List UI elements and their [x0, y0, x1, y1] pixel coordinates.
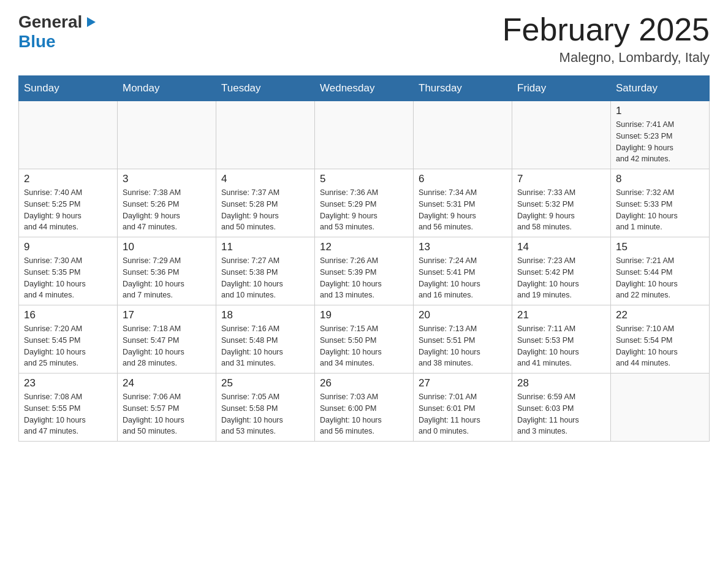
day-number: 18: [221, 309, 309, 321]
header-wednesday: Wednesday: [315, 76, 414, 101]
day-number: 25: [221, 377, 309, 389]
logo-general-text: General: [18, 12, 82, 32]
table-row: 18Sunrise: 7:16 AM Sunset: 5:48 PM Dayli…: [216, 305, 315, 373]
day-info: Sunrise: 7:08 AM Sunset: 5:55 PM Dayligh…: [24, 391, 112, 437]
table-row: 14Sunrise: 7:23 AM Sunset: 5:42 PM Dayli…: [512, 237, 611, 305]
day-info: Sunrise: 7:36 AM Sunset: 5:29 PM Dayligh…: [320, 187, 408, 233]
day-info: Sunrise: 7:13 AM Sunset: 5:51 PM Dayligh…: [419, 323, 507, 369]
location: Malegno, Lombardy, Italy: [502, 50, 710, 66]
day-number: 3: [123, 173, 211, 185]
table-row: 24Sunrise: 7:06 AM Sunset: 5:57 PM Dayli…: [118, 373, 216, 442]
day-info: Sunrise: 7:33 AM Sunset: 5:32 PM Dayligh…: [517, 187, 605, 233]
table-row: 13Sunrise: 7:24 AM Sunset: 5:41 PM Dayli…: [414, 237, 512, 305]
day-info: Sunrise: 7:20 AM Sunset: 5:45 PM Dayligh…: [24, 323, 112, 369]
header-monday: Monday: [118, 76, 216, 101]
day-number: 9: [24, 241, 112, 253]
day-info: Sunrise: 7:30 AM Sunset: 5:35 PM Dayligh…: [24, 255, 112, 301]
day-info: Sunrise: 7:26 AM Sunset: 5:39 PM Dayligh…: [320, 255, 408, 301]
day-info: Sunrise: 7:05 AM Sunset: 5:58 PM Dayligh…: [221, 391, 309, 437]
day-info: Sunrise: 7:40 AM Sunset: 5:25 PM Dayligh…: [24, 187, 112, 233]
table-row: 17Sunrise: 7:18 AM Sunset: 5:47 PM Dayli…: [118, 305, 216, 373]
day-number: 5: [320, 173, 408, 185]
day-number: 28: [517, 377, 605, 389]
day-info: Sunrise: 7:38 AM Sunset: 5:26 PM Dayligh…: [123, 187, 211, 233]
logo-arrow-icon: [85, 16, 97, 31]
calendar-week-row: 16Sunrise: 7:20 AM Sunset: 5:45 PM Dayli…: [19, 305, 710, 373]
day-info: Sunrise: 6:59 AM Sunset: 6:03 PM Dayligh…: [517, 391, 605, 437]
day-number: 6: [419, 173, 507, 185]
table-row: 4Sunrise: 7:37 AM Sunset: 5:28 PM Daylig…: [216, 169, 315, 237]
table-row: 10Sunrise: 7:29 AM Sunset: 5:36 PM Dayli…: [118, 237, 216, 305]
table-row: 15Sunrise: 7:21 AM Sunset: 5:44 PM Dayli…: [611, 237, 710, 305]
header-friday: Friday: [512, 76, 611, 101]
day-number: 13: [419, 241, 507, 253]
day-number: 15: [616, 241, 704, 253]
table-row: 5Sunrise: 7:36 AM Sunset: 5:29 PM Daylig…: [315, 169, 414, 237]
day-info: Sunrise: 7:21 AM Sunset: 5:44 PM Dayligh…: [616, 255, 704, 301]
calendar-table: Sunday Monday Tuesday Wednesday Thursday…: [18, 75, 710, 442]
day-number: 22: [616, 309, 704, 321]
table-row: 8Sunrise: 7:32 AM Sunset: 5:33 PM Daylig…: [611, 169, 710, 237]
table-row: 1Sunrise: 7:41 AM Sunset: 5:23 PM Daylig…: [611, 101, 710, 169]
day-info: Sunrise: 7:18 AM Sunset: 5:47 PM Dayligh…: [123, 323, 211, 369]
day-number: 12: [320, 241, 408, 253]
table-row: [19, 101, 118, 169]
day-number: 21: [517, 309, 605, 321]
day-number: 24: [123, 377, 211, 389]
table-row: 21Sunrise: 7:11 AM Sunset: 5:53 PM Dayli…: [512, 305, 611, 373]
day-info: Sunrise: 7:32 AM Sunset: 5:33 PM Dayligh…: [616, 187, 704, 233]
day-info: Sunrise: 7:27 AM Sunset: 5:38 PM Dayligh…: [221, 255, 309, 301]
svg-marker-0: [87, 17, 96, 27]
day-info: Sunrise: 7:11 AM Sunset: 5:53 PM Dayligh…: [517, 323, 605, 369]
day-number: 4: [221, 173, 309, 185]
table-row: 27Sunrise: 7:01 AM Sunset: 6:01 PM Dayli…: [414, 373, 512, 442]
day-number: 11: [221, 241, 309, 253]
table-row: [118, 101, 216, 169]
day-info: Sunrise: 7:29 AM Sunset: 5:36 PM Dayligh…: [123, 255, 211, 301]
day-info: Sunrise: 7:23 AM Sunset: 5:42 PM Dayligh…: [517, 255, 605, 301]
day-info: Sunrise: 7:06 AM Sunset: 5:57 PM Dayligh…: [123, 391, 211, 437]
table-row: 3Sunrise: 7:38 AM Sunset: 5:26 PM Daylig…: [118, 169, 216, 237]
day-number: 10: [123, 241, 211, 253]
calendar-week-row: 1Sunrise: 7:41 AM Sunset: 5:23 PM Daylig…: [19, 101, 710, 169]
page-header: General Blue February 2025 Malegno, Lomb…: [18, 12, 710, 66]
calendar-week-row: 2Sunrise: 7:40 AM Sunset: 5:25 PM Daylig…: [19, 169, 710, 237]
title-block: February 2025 Malegno, Lombardy, Italy: [502, 12, 710, 66]
table-row: 22Sunrise: 7:10 AM Sunset: 5:54 PM Dayli…: [611, 305, 710, 373]
table-row: 6Sunrise: 7:34 AM Sunset: 5:31 PM Daylig…: [414, 169, 512, 237]
day-info: Sunrise: 7:15 AM Sunset: 5:50 PM Dayligh…: [320, 323, 408, 369]
table-row: 12Sunrise: 7:26 AM Sunset: 5:39 PM Dayli…: [315, 237, 414, 305]
weekday-header-row: Sunday Monday Tuesday Wednesday Thursday…: [19, 76, 710, 101]
day-number: 19: [320, 309, 408, 321]
day-number: 20: [419, 309, 507, 321]
table-row: [611, 373, 710, 442]
table-row: [512, 101, 611, 169]
day-number: 23: [24, 377, 112, 389]
day-info: Sunrise: 7:03 AM Sunset: 6:00 PM Dayligh…: [320, 391, 408, 437]
day-number: 14: [517, 241, 605, 253]
day-number: 26: [320, 377, 408, 389]
day-number: 27: [419, 377, 507, 389]
table-row: [414, 101, 512, 169]
table-row: 9Sunrise: 7:30 AM Sunset: 5:35 PM Daylig…: [19, 237, 118, 305]
header-tuesday: Tuesday: [216, 76, 315, 101]
table-row: 28Sunrise: 6:59 AM Sunset: 6:03 PM Dayli…: [512, 373, 611, 442]
logo: General Blue: [18, 12, 97, 52]
day-number: 8: [616, 173, 704, 185]
calendar-week-row: 9Sunrise: 7:30 AM Sunset: 5:35 PM Daylig…: [19, 237, 710, 305]
day-info: Sunrise: 7:01 AM Sunset: 6:01 PM Dayligh…: [419, 391, 507, 437]
table-row: 11Sunrise: 7:27 AM Sunset: 5:38 PM Dayli…: [216, 237, 315, 305]
day-info: Sunrise: 7:41 AM Sunset: 5:23 PM Dayligh…: [616, 119, 704, 165]
table-row: [315, 101, 414, 169]
month-title: February 2025: [502, 12, 710, 47]
table-row: 7Sunrise: 7:33 AM Sunset: 5:32 PM Daylig…: [512, 169, 611, 237]
calendar-week-row: 23Sunrise: 7:08 AM Sunset: 5:55 PM Dayli…: [19, 373, 710, 442]
day-info: Sunrise: 7:24 AM Sunset: 5:41 PM Dayligh…: [419, 255, 507, 301]
day-info: Sunrise: 7:34 AM Sunset: 5:31 PM Dayligh…: [419, 187, 507, 233]
day-info: Sunrise: 7:37 AM Sunset: 5:28 PM Dayligh…: [221, 187, 309, 233]
day-number: 2: [24, 173, 112, 185]
day-number: 7: [517, 173, 605, 185]
day-number: 16: [24, 309, 112, 321]
day-info: Sunrise: 7:10 AM Sunset: 5:54 PM Dayligh…: [616, 323, 704, 369]
table-row: [216, 101, 315, 169]
